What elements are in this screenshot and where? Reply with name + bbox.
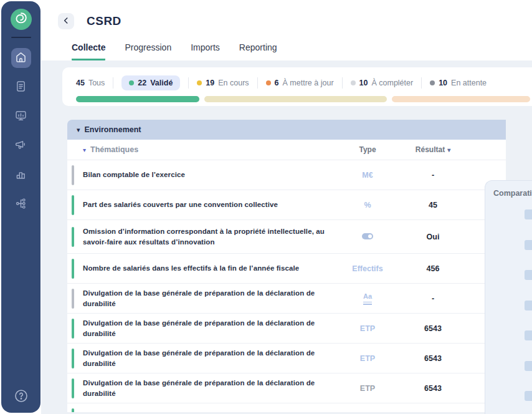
comparatif-skeleton-block [525, 361, 532, 371]
spiral-leaf-icon [11, 7, 32, 31]
sidebar-item-announcements[interactable] [11, 136, 31, 156]
app-logo[interactable] [11, 9, 32, 30]
table-row[interactable]: Divulgation de la base générale de prépa… [67, 344, 506, 373]
table-row[interactable]: Divulgation de la base générale de prépa… [67, 373, 506, 403]
bar-chart-icon [14, 168, 27, 183]
status-dot-orange [266, 80, 271, 85]
status-dot-green [129, 80, 134, 85]
table-row[interactable]: Part des salariés couverts par une conve… [67, 190, 506, 220]
comparatif-skeleton-block [525, 209, 532, 219]
filter-a-mettre-a-jour[interactable]: 6À mettre à jour [266, 79, 334, 87]
megaphone-icon [14, 138, 27, 154]
filter-divider [342, 77, 343, 89]
comparatif-panel: Comparatif [485, 180, 532, 414]
column-header-type[interactable]: Type [336, 145, 399, 154]
table-row[interactable]: Omission d’information correspondant à l… [67, 220, 506, 254]
table-header: ▾ Thématiques Type Résultat▾ [67, 140, 506, 160]
filter-tous[interactable]: 45Tous [76, 79, 105, 87]
table-row[interactable] [67, 403, 506, 412]
help-button[interactable] [13, 389, 29, 405]
tab-collecte[interactable]: Collecte [72, 42, 105, 60]
chevron-left-icon [62, 16, 70, 27]
topbar: CSRD Collecte Progression Imports Report… [41, 0, 532, 60]
sidebar-nav [11, 48, 31, 214]
sidebar-item-documents[interactable] [11, 77, 31, 97]
app-window: CSRD Collecte Progression Imports Report… [0, 0, 532, 414]
main-area: CSRD Collecte Progression Imports Report… [41, 0, 532, 414]
filter-en-attente[interactable]: 10En attente [430, 79, 487, 87]
comparatif-skeleton-block [525, 330, 532, 340]
filter-a-completer[interactable]: 10À compléter [351, 79, 414, 87]
tab-imports[interactable]: Imports [191, 42, 220, 60]
caret-down-icon: ▾ [447, 147, 450, 153]
comparatif-skeleton-block [525, 270, 532, 280]
table-row[interactable]: Divulgation de la base générale de prépa… [67, 314, 506, 344]
filter-divider [257, 77, 258, 89]
table-row[interactable]: Bilan comptable de l’exercice M€ - [67, 160, 506, 190]
sidebar-item-analytics[interactable] [11, 165, 31, 185]
column-header-result[interactable]: Résultat▾ [399, 145, 467, 154]
sidebar-divider [11, 37, 31, 38]
question-mark-icon [14, 388, 29, 406]
sidebar-item-organization[interactable] [11, 195, 31, 214]
progress-bar [76, 96, 530, 102]
status-dot-lightgray [351, 80, 356, 85]
progress-segment [76, 96, 199, 102]
table-row[interactable]: Divulgation de la base générale de prépa… [67, 284, 506, 314]
tab-reporting[interactable]: Reporting [239, 42, 277, 60]
comparatif-skeleton-block [525, 391, 532, 401]
progress-segment [392, 96, 530, 102]
caret-down-icon: ▾ [83, 147, 86, 153]
content-area: 45Tous 22Validé 19En cours [41, 60, 532, 414]
caret-down-icon: ▾ [77, 126, 80, 134]
filter-en-cours[interactable]: 19En cours [197, 79, 249, 87]
tab-progression[interactable]: Progression [125, 42, 171, 60]
progress-segment [204, 96, 387, 102]
table-row[interactable]: Nombre de salariés dans les effectifs à … [67, 254, 506, 284]
page-title: CSRD [87, 14, 121, 28]
group-header-thematiques[interactable]: ▾ Thématiques [67, 145, 336, 154]
toggle-on-icon [362, 233, 373, 239]
section-header-environnement[interactable]: ▾ Environnement [67, 120, 506, 140]
hierarchy-icon [14, 197, 27, 213]
comparatif-title: Comparatif [485, 181, 532, 198]
data-table: ▾ Thématiques Type Résultat▾ Bilan compt… [67, 140, 506, 412]
home-icon [14, 51, 27, 66]
comparatif-skeleton-block [525, 301, 532, 310]
text-format-icon: Aa [363, 293, 372, 305]
filter-divider [113, 77, 113, 89]
filter-divider [188, 77, 189, 89]
back-button[interactable] [58, 13, 74, 29]
status-filter-card: 45Tous 22Validé 19En cours [62, 67, 532, 106]
sidebar-item-home[interactable] [11, 48, 31, 68]
row-status-bar [72, 408, 74, 412]
tab-bar: Collecte Progression Imports Reporting [72, 42, 277, 60]
document-icon [14, 80, 27, 95]
sidebar [1, 1, 40, 413]
sidebar-item-dashboard[interactable] [11, 107, 31, 127]
filter-row: 45Tous 22Validé 19En cours [76, 75, 532, 91]
filter-valide[interactable]: 22Validé [121, 75, 180, 90]
monitor-chart-icon [14, 109, 27, 125]
status-dot-yellow [197, 80, 202, 85]
filter-divider [421, 77, 422, 89]
status-dot-darkgray [430, 80, 435, 85]
comparatif-skeleton-block [525, 240, 532, 250]
